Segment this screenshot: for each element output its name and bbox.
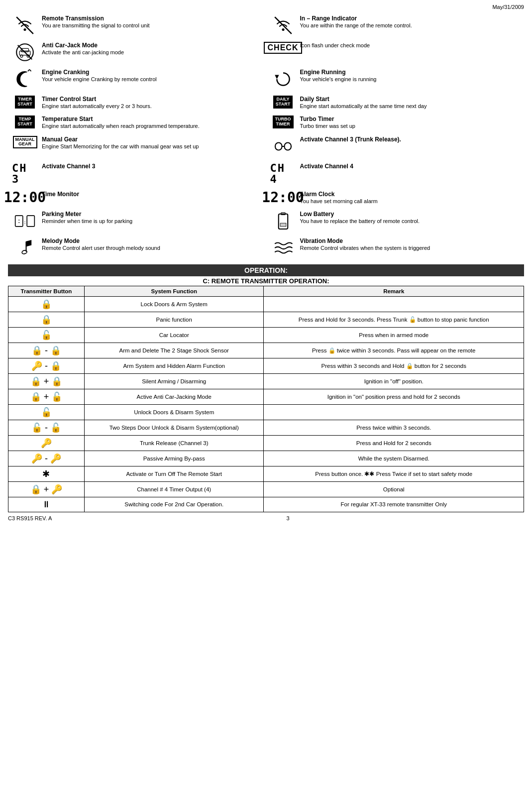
table-cell-button: 🔑 (8, 435, 85, 451)
date-label: May/31/2009 (8, 4, 524, 10)
table-cell-function: Car Locator (84, 327, 264, 343)
manual-gear-desc: Engine Start Memorizing for the car with… (42, 143, 262, 150)
timer-start-icon: TIMERSTART (12, 96, 38, 109)
melody-mode-icon (12, 237, 38, 258)
table-cell-function: Two Steps Door Unlock & Disarm System(op… (84, 420, 264, 435)
melody-mode-desc: Remote Control alert user through melody… (42, 244, 262, 251)
table-cell-function: Switching code For 2nd Car Operation. (84, 497, 264, 512)
engine-running-cell: Engine Running Your vehicle's engine is … (266, 66, 525, 93)
col-header-function: System Function (84, 286, 264, 296)
anti-car-jack-title: Anti Car-Jack Mode (42, 42, 262, 49)
table-cell-button: ✱ (8, 466, 85, 481)
table-cell-function: Lock Doors & Arm System (84, 296, 264, 312)
low-battery-text: Low Battery You have to replace the batt… (300, 211, 521, 225)
table-cell-button: 🔑 - 🔑 (8, 451, 85, 466)
vibration-mode-title: Vibration Mode (300, 237, 521, 244)
daily-start-desc: Engine start automatically at the same t… (300, 103, 521, 110)
table-cell-remark: Optional (264, 481, 524, 497)
manual-gear-text: Manual Gear Engine Start Memorizing for … (42, 136, 262, 150)
table-row: 🔒 + 🔓Active Anti Car-Jacking ModeIgnitio… (8, 389, 524, 404)
table-cell-button: 🔒 (8, 296, 85, 312)
table-cell-function: Arm System and Hidden Alarm Function (84, 358, 264, 373)
alarm-clock-cell: 12:00 Alarm Clock You have set morning c… (266, 188, 525, 208)
channel4-icon: CH 4 (270, 163, 296, 185)
table-cell-button: ⏸ (8, 497, 85, 512)
table-row: ✱Activate or Turn Off The Remote StartPr… (8, 466, 524, 481)
table-cell-button: 🔒 + 🔓 (8, 389, 85, 404)
in-range-icon (270, 15, 296, 36)
table-cell-function: Channel # 4 Timer Output (4) (84, 481, 264, 497)
check-mode-desc: Icon flash under check mode (300, 42, 521, 49)
table-cell-function: Silent Arming / Disarming (84, 373, 264, 389)
operation-table: Transmitter Button System Function Remar… (8, 286, 524, 512)
table-row: ⏸Switching code For 2nd Car Operation.Fo… (8, 497, 524, 512)
engine-running-icon (270, 69, 296, 90)
melody-mode-title: Melody Mode (42, 237, 262, 244)
table-cell-remark: Press twice within 3 seconds. (264, 420, 524, 435)
table-cell-button: 🔑 - 🔒 (8, 358, 85, 373)
timer-start-text: Timer Control Start Engine start automat… (42, 96, 262, 110)
table-cell-function: Activate or Turn Off The Remote Start (84, 466, 264, 481)
manual-gear-title: Manual Gear (42, 136, 262, 143)
time2-display: 12:00 (262, 191, 304, 205)
table-row: 🔓Unlock Doors & Disarm System (8, 404, 524, 420)
svg-text::: : (17, 218, 21, 225)
temp-start-desc: Engine start automatically when reach pr… (42, 122, 262, 129)
manual-gear-cell: MANUALGEAR Manual Gear Engine Start Memo… (8, 133, 266, 160)
table-cell-button: 🔒 + 🔑 (8, 481, 85, 497)
vibration-mode-desc: Remote Control vibrates when the system … (300, 244, 521, 251)
parking-meter-cell: : : Parking Meter Reminder when time is … (8, 208, 266, 234)
parking-meter-icon: : : (12, 211, 38, 231)
channel3-title: Activate Channel 3 (42, 163, 262, 170)
ch3-display: CH 3 (12, 163, 38, 185)
table-cell-remark: While the system Disarmed. (264, 451, 524, 466)
table-cell-button: 🔒 (8, 312, 85, 327)
table-cell-function: Unlock Doors & Disarm System (84, 404, 264, 420)
manual-gear-tag: MANUALGEAR (13, 136, 37, 149)
footer-center: 3 (287, 515, 290, 521)
timer-start-title: Timer Control Start (42, 96, 262, 103)
remote-transmission-text: Remote Transmission You are transmitting… (42, 15, 262, 29)
timer-start-desc: Engine start automatically every 2 or 3 … (42, 103, 262, 110)
channel4-cell: CH 4 Activate Channel 4 (266, 160, 525, 188)
table-cell-function: Panic function (84, 312, 264, 327)
channel3-icon: CH 3 (12, 163, 38, 185)
vibration-mode-cell: Vibration Mode Remote Control vibrates w… (266, 234, 525, 261)
temp-tag: TEMPSTART (15, 116, 34, 128)
table-cell-remark (264, 296, 524, 312)
alarm-clock-title: Alarm Clock (300, 191, 521, 198)
parking-meter-desc: Reminder when time is up for parking (42, 218, 262, 225)
footer: C3 RS915 REV. A 3 (8, 515, 524, 521)
anti-car-jack-cell: Anti Car-Jack Mode Activate the anti car… (8, 39, 266, 66)
temp-start-text: Temperature Start Engine start automatic… (42, 116, 262, 129)
channel3-trunk-text: Activate Channel 3 (Trunk Release). (300, 136, 521, 143)
svg-rect-18 (278, 214, 287, 229)
engine-running-desc: Your vehicle's engine is running (300, 76, 521, 83)
time-monitor-text: Time Monitor (42, 191, 262, 198)
svg-rect-20 (280, 223, 286, 227)
time-monitor-icon: 12:00 (12, 191, 38, 205)
vibration-mode-icon (270, 237, 296, 258)
svg-text::: : (23, 220, 26, 225)
check-mode-icon: CHECK (270, 42, 296, 54)
vibration-mode-text: Vibration Mode Remote Control vibrates w… (300, 237, 521, 251)
table-row: 🔒 + 🔑Channel # 4 Timer Output (4)Optiona… (8, 481, 524, 497)
daily-start-icon: DAILYSTART (270, 96, 296, 109)
engine-cranking-icon (12, 69, 38, 90)
table-cell-function: Trunk Release (Channel 3) (84, 435, 264, 451)
alarm-clock-icon: 12:00 (270, 191, 296, 205)
time1-display: 12:00 (4, 191, 46, 205)
in-range-text: In – Range Indicator You are within the … (300, 15, 521, 29)
table-cell-function: Arm and Delete The 2 Stage Shock Sensor (84, 343, 264, 358)
alarm-clock-text: Alarm Clock You have set morning call al… (300, 191, 521, 205)
low-battery-title: Low Battery (300, 211, 521, 218)
time-monitor-cell: 12:00 Time Monitor (8, 188, 266, 208)
timer-start-cell: TIMERSTART Timer Control Start Engine st… (8, 93, 266, 113)
parking-meter-title: Parking Meter (42, 211, 262, 218)
channel3-trunk-icon (270, 136, 296, 157)
low-battery-desc: You have to replace the battery of remot… (300, 218, 521, 225)
turbo-timer-icon: TURBOTIMER (270, 116, 296, 128)
table-cell-remark: Ignition in "off" position. (264, 373, 524, 389)
engine-cranking-cell: Engine Cranking Your vehicle engine Cran… (8, 66, 266, 93)
table-row: 🔒 + 🔒Silent Arming / DisarmingIgnition i… (8, 373, 524, 389)
